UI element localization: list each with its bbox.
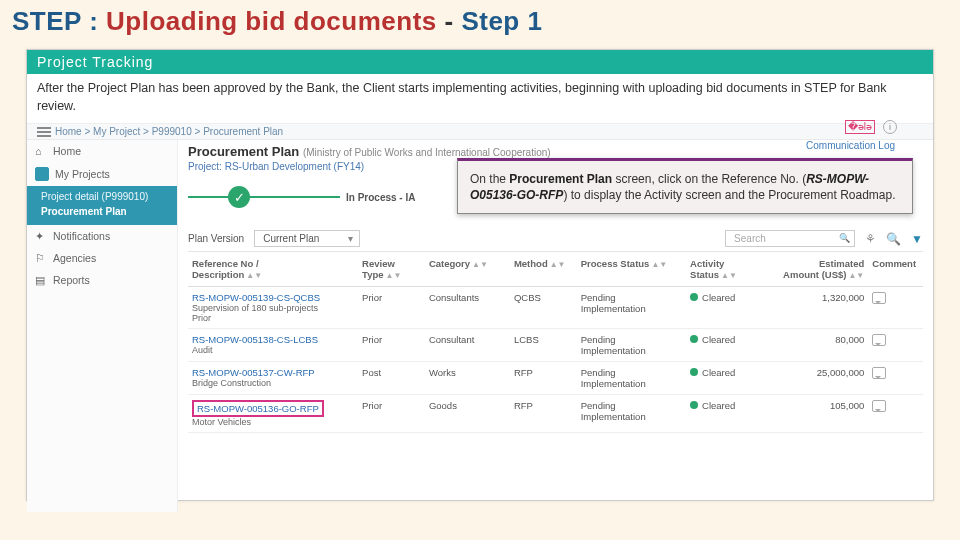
status-dot-icon [690, 401, 698, 409]
search-input[interactable]: Search [725, 230, 855, 247]
col-method[interactable]: Method▲▼ [510, 252, 577, 287]
project-label: Project: [188, 161, 222, 172]
reference-link[interactable]: RS-MOPW-005138-CS-LCBS [192, 334, 354, 345]
callout-t3: screen, click on the Reference No. ( [612, 172, 806, 186]
col-comment: Comment [868, 252, 923, 287]
sidebar-item-procurement-plan[interactable]: Procurement Plan [27, 204, 177, 219]
cell-comment[interactable] [868, 329, 923, 362]
reference-link[interactable]: RS-MOPW-005137-CW-RFP [192, 367, 354, 378]
reference-link[interactable]: RS-MOPW-005139-CS-QCBS [192, 292, 354, 303]
table-header-row: Reference No /Description▲▼ ReviewType▲▼… [188, 252, 923, 287]
cell-method: RFP [510, 395, 577, 433]
filter-icon[interactable]: ▼ [911, 232, 923, 246]
zoom-icon[interactable]: 🔍 [886, 232, 901, 246]
cell-amount: 105,000 [771, 395, 868, 433]
cell-method: RFP [510, 362, 577, 395]
row-description: Audit [192, 345, 354, 355]
project-value: RS-Urban Development (FY14) [225, 161, 365, 172]
cell-category: Consultants [425, 287, 510, 329]
callout-t5: ) to display the Activity screen and the… [563, 188, 895, 202]
cell-method: QCBS [510, 287, 577, 329]
sidebar: ⌂ Home My Projects Project detail (P9990… [27, 140, 178, 512]
col-reference[interactable]: Reference No /Description▲▼ [188, 252, 358, 287]
col-category[interactable]: Category▲▼ [425, 252, 510, 287]
comment-icon[interactable] [872, 334, 886, 346]
cell-review-type: Prior [358, 395, 425, 433]
screenshot-panel: Project Tracking After the Project Plan … [26, 49, 934, 501]
row-description: Supervision of 180 sub-projects [192, 303, 354, 313]
table-row: RS-MOPW-005137-CW-RFPBridge Construction… [188, 362, 923, 395]
sidebar-item-notifications[interactable]: ✦ Notifications [27, 225, 177, 247]
sidebar-item-project-detail[interactable]: Project detail (P999010) [27, 189, 177, 204]
sidebar-item-agencies[interactable]: ⚐ Agencies [27, 247, 177, 269]
col-activity-status[interactable]: ActivityStatus▲▼ [686, 252, 771, 287]
link-icon[interactable]: ⚘ [865, 232, 876, 246]
sidebar-label-notifications: Notifications [53, 230, 110, 242]
cell-comment[interactable] [868, 362, 923, 395]
cell-amount: 1,320,000 [771, 287, 868, 329]
cell-method: LCBS [510, 329, 577, 362]
info-icon[interactable]: i [883, 120, 897, 134]
sidebar-label-home: Home [53, 145, 81, 157]
plan-version-label: Plan Version [188, 233, 244, 244]
bell-icon: ✦ [35, 230, 47, 242]
col-review-type[interactable]: ReviewType▲▼ [358, 252, 425, 287]
cell-activity-status: Cleared [686, 395, 771, 433]
cell-review-type: Prior [358, 287, 425, 329]
reference-link[interactable]: RS-MOPW-005136-GO-RFP [197, 403, 319, 414]
cell-category: Works [425, 362, 510, 395]
cell-review-type: Prior [358, 329, 425, 362]
row-description: Motor Vehicles [192, 417, 354, 427]
col-amount[interactable]: EstimatedAmount (US$)▲▼ [771, 252, 868, 287]
progress-label: In Process - IA [346, 192, 415, 203]
reports-icon: ▤ [35, 274, 47, 286]
sidebar-subsection: Project detail (P999010) Procurement Pla… [27, 186, 177, 225]
cell-amount: 25,000,000 [771, 362, 868, 395]
pdf-icon[interactable]: �ələ [845, 120, 875, 134]
sidebar-label-reports: Reports [53, 274, 90, 286]
sidebar-label-agencies: Agencies [53, 252, 96, 264]
comment-icon[interactable] [872, 292, 886, 304]
breadcrumb-text[interactable]: Home > My Project > P999010 > Procuremen… [55, 126, 283, 137]
cell-activity-status: Cleared [686, 287, 771, 329]
cell-process-status: Pending Implementation [577, 362, 686, 395]
plan-version-row: Plan Version Current Plan Search ⚘ 🔍 ▼ [188, 218, 923, 252]
pp-subtitle: (Ministry of Public Works and Internatio… [303, 147, 551, 158]
sidebar-item-home[interactable]: ⌂ Home [27, 140, 177, 162]
col-process-status[interactable]: Process Status▲▼ [577, 252, 686, 287]
pp-title-text: Procurement Plan [188, 144, 299, 159]
status-dot-icon [690, 293, 698, 301]
table-row: RS-MOPW-005136-GO-RFPMotor VehiclesPrior… [188, 395, 923, 433]
page-title: Procurement Plan (Ministry of Public Wor… [188, 144, 923, 159]
hamburger-icon[interactable] [37, 127, 51, 137]
project-tracking-bar: Project Tracking [27, 50, 933, 74]
progress-step-done-icon: ✓ [228, 186, 250, 208]
title-step: STEP : [12, 6, 106, 36]
status-dot-icon [690, 335, 698, 343]
cell-review-type: Post [358, 362, 425, 395]
callout-t1: On the [470, 172, 509, 186]
title-mid: Uploading bid documents [106, 6, 437, 36]
title-dash: - [437, 6, 462, 36]
sidebar-item-myprojects[interactable]: My Projects [27, 162, 177, 186]
sidebar-label-myprojects: My Projects [55, 168, 110, 180]
plan-version-select[interactable]: Current Plan [254, 230, 360, 247]
agencies-icon: ⚐ [35, 252, 47, 264]
table-row: RS-MOPW-005138-CS-LCBSAuditPriorConsulta… [188, 329, 923, 362]
comment-icon[interactable] [872, 367, 886, 379]
row-description: Bridge Construction [192, 378, 354, 388]
cell-amount: 80,000 [771, 329, 868, 362]
cell-comment[interactable] [868, 395, 923, 433]
breadcrumb: Home > My Project > P999010 > Procuremen… [27, 124, 933, 140]
cell-category: Consultant [425, 329, 510, 362]
table-row: RS-MOPW-005139-CS-QCBSSupervision of 180… [188, 287, 923, 329]
cell-process-status: Pending Implementation [577, 395, 686, 433]
title-step1: Step 1 [461, 6, 542, 36]
status-dot-icon [690, 368, 698, 376]
cell-process-status: Pending Implementation [577, 329, 686, 362]
cell-comment[interactable] [868, 287, 923, 329]
cell-process-status: Pending Implementation [577, 287, 686, 329]
comment-icon[interactable] [872, 400, 886, 412]
home-icon: ⌂ [35, 145, 47, 157]
sidebar-item-reports[interactable]: ▤ Reports [27, 269, 177, 291]
